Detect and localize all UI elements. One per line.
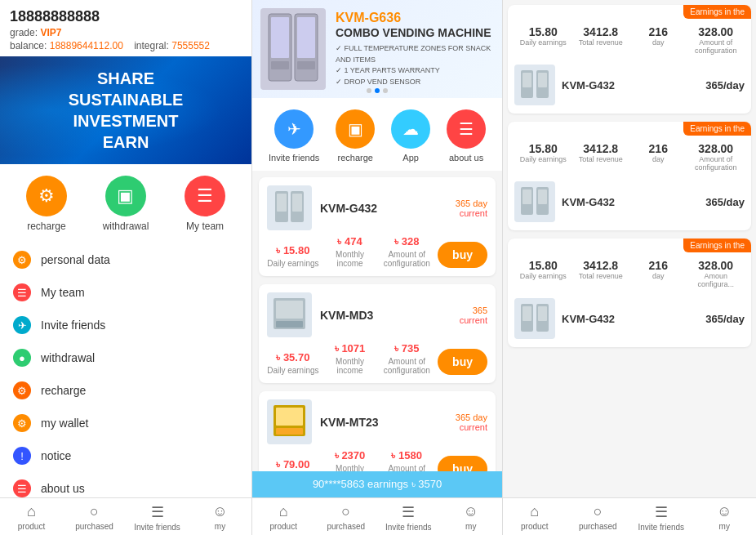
stat-daily-2: ৳ 35.70 Daily earnings: [267, 351, 319, 375]
mid-nav-purchased[interactable]: ○ purchased: [315, 503, 378, 532]
e-stat-amount-3: 328.00 Amoun configura...: [687, 259, 745, 288]
action-invite[interactable]: ✈ Invite friends: [269, 109, 319, 163]
product-stats-1: ৳ 15.80 Daily earnings ৳ 474 Monthly inc…: [267, 235, 487, 268]
withdrawal-icon: ▣: [105, 176, 146, 216]
product-card-2: KVM-MD3 365 current ৳ 35.70 Daily earnin…: [259, 284, 496, 383]
action-about[interactable]: ☰ about us: [447, 109, 486, 163]
right-nav-product[interactable]: ⌂ product: [503, 503, 567, 532]
grade-value: VIP7: [40, 27, 61, 38]
svg-rect-2: [271, 17, 289, 58]
product-badge-2: 365 current: [460, 305, 487, 325]
stat-config-2: ৳ 735 Amount of configuration: [380, 342, 433, 375]
action-icons: ✈ Invite friends ▣ recharge ☁ App ☰ abou…: [252, 98, 502, 171]
svg-rect-15: [276, 428, 303, 435]
mid-nav-product[interactable]: ⌂ product: [252, 503, 315, 532]
stat-daily-label-2: Daily earnings: [267, 366, 319, 375]
hero-features: ✓ FULL TEMPERATURE ZONES FOR SNACK AND I…: [336, 43, 494, 87]
invite-action-icon: ✈: [274, 109, 314, 149]
product-name-3: KVM-MT23: [320, 416, 447, 429]
left-panel: 18888888888 grade: VIP7 balance: 1888964…: [0, 0, 251, 535]
e-name-3: KVM-G432: [562, 313, 699, 325]
myteam-menu-icon: ☰: [13, 283, 31, 301]
buy-button-1[interactable]: buy: [438, 242, 487, 268]
buy-button-3[interactable]: buy: [438, 456, 487, 471]
product-img-2: [267, 292, 312, 337]
earning-stats-3: 15.80 Daily earnings 3412.8 Total revenu…: [508, 252, 751, 293]
menu-item-notice[interactable]: ! notice: [0, 439, 251, 472]
product-info-2: KVM-MD3: [320, 309, 451, 322]
left-nav-my[interactable]: ☺ my: [189, 503, 251, 532]
menu-item-personal[interactable]: ⚙ personal data: [0, 243, 251, 276]
left-nav-product[interactable]: ⌂ product: [0, 503, 63, 532]
hero-model: KVM-G636: [336, 11, 494, 25]
svg-rect-19: [538, 73, 547, 87]
menu-item-myteam[interactable]: ☰ My team: [0, 276, 251, 309]
about-action-label: about us: [449, 153, 483, 163]
product-header-3: KVM-MT23 365 day current: [267, 399, 487, 444]
about-action-icon: ☰: [447, 109, 486, 149]
mid-content: KVM-G636 COMBO VENDING MACHINE ✓ FULL TE…: [252, 0, 502, 471]
e-daily-label-3: Daily earnings: [514, 272, 572, 280]
action-app[interactable]: ☁ App: [391, 109, 430, 163]
stat-config-val-2: ৳ 735: [380, 342, 433, 355]
svg-rect-18: [523, 73, 531, 87]
stat-monthly-1: ৳ 474 Monthly income: [324, 235, 376, 268]
e-stat-daily-3: 15.80 Daily earnings: [514, 259, 572, 288]
grade-label: grade:: [10, 27, 38, 38]
e-day-label-1: day: [629, 38, 687, 47]
earning-body-1: KVM-G432 365/day: [508, 60, 751, 114]
myteam-icon: ☰: [185, 176, 225, 216]
mid-nav-invite[interactable]: ☰ Invite friends: [377, 503, 440, 532]
earning-card-2: Earnings in the 15.80 Daily earnings 341…: [508, 122, 751, 230]
stat-monthly-val-2: ৳ 1071: [324, 342, 376, 355]
e-stat-amount-1: 328.00 Amount of configuration: [687, 25, 745, 55]
grade-line: grade: VIP7: [10, 27, 242, 38]
about-menu-label: about us: [41, 482, 85, 495]
e-total-label-3: Total revenue: [572, 272, 630, 280]
menu-item-withdrawal[interactable]: ● withdrawal: [0, 341, 251, 374]
recharge-label: recharge: [27, 221, 65, 232]
integral-label: integral:: [134, 40, 169, 51]
product-name-1: KVM-G432: [320, 202, 447, 215]
menu-item-invite[interactable]: ✈ Invite friends: [0, 309, 251, 341]
mid-panel: KVM-G636 COMBO VENDING MACHINE ✓ FULL TE…: [251, 0, 503, 535]
badge-days-2: 365: [460, 305, 487, 315]
svg-rect-11: [276, 301, 303, 319]
quick-action-recharge[interactable]: ⚙ recharge: [26, 176, 67, 232]
action-recharge[interactable]: ▣ recharge: [336, 109, 375, 163]
e-stat-day-2: 216 day: [629, 142, 687, 172]
right-nav-invite[interactable]: ☰ Invite friends: [629, 503, 693, 532]
wallet-menu-label: my wallet: [41, 417, 88, 430]
svg-rect-23: [538, 189, 547, 204]
withdrawal-label: withdrawal: [103, 221, 149, 232]
invite-action-label: Invite friends: [269, 153, 319, 163]
hero-dots: [367, 88, 388, 93]
e-day-label-3: day: [629, 272, 687, 280]
e-perday-1: 365/day: [705, 79, 745, 91]
right-nav-purchased[interactable]: ○ purchased: [567, 503, 630, 532]
e-stat-amount-2: 328.00 Amount of configuration: [687, 142, 745, 172]
stat-monthly-label-3: Monthly income: [324, 464, 376, 471]
e-perday-2: 365/day: [705, 196, 745, 208]
stat-daily-1: ৳ 15.80 Daily earnings: [267, 244, 319, 268]
menu-item-about[interactable]: ☰ about us: [0, 472, 251, 497]
buy-button-2[interactable]: buy: [438, 349, 487, 375]
quick-action-myteam[interactable]: ☰ My team: [185, 176, 225, 232]
right-nav-my[interactable]: ☺ my: [693, 503, 757, 532]
mid-nav-my[interactable]: ☺ my: [440, 503, 503, 532]
mid-product-nav-icon: ⌂: [279, 503, 288, 520]
e-name-2: KVM-G432: [562, 196, 699, 208]
right-product-nav-icon: ⌂: [530, 503, 539, 520]
menu-item-wallet[interactable]: ⚙ my wallet: [0, 407, 251, 439]
menu-item-recharge[interactable]: ⚙ recharge: [0, 374, 251, 407]
e-img-2: [514, 181, 555, 222]
badge-days-3: 365 day: [456, 412, 487, 422]
purchased-nav-label: purchased: [75, 522, 113, 531]
e-amount-val-2: 328.00: [687, 142, 745, 155]
quick-action-withdrawal[interactable]: ▣ withdrawal: [103, 176, 149, 232]
e-daily-label-1: Daily earnings: [514, 38, 572, 47]
right-purchased-nav-icon: ○: [594, 503, 603, 520]
left-nav-purchased[interactable]: ○ purchased: [63, 503, 126, 532]
left-nav-invite[interactable]: ☰ Invite friends: [126, 503, 189, 532]
product-stats-3: ৳ 79.00 Daily earnings ৳ 2370 Monthly in…: [267, 449, 487, 471]
